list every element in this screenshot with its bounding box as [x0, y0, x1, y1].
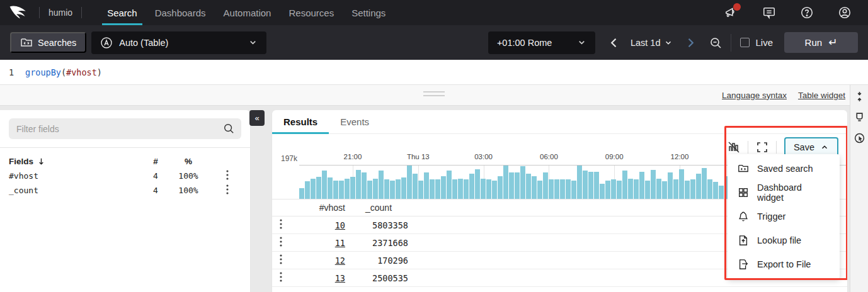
fullscreen-icon[interactable] [756, 141, 768, 154]
histogram-bar[interactable] [617, 181, 622, 199]
menu-item-saved-search[interactable]: Saved search [728, 157, 840, 181]
vhost-column-header[interactable]: #vhost [296, 203, 345, 213]
table-widget-link[interactable]: Table widget [798, 91, 845, 100]
histogram-bar[interactable] [373, 179, 378, 199]
menu-item-export-to-file[interactable]: Export to File [728, 252, 840, 276]
histogram-bar[interactable] [435, 179, 440, 199]
histogram-bar[interactable] [668, 172, 673, 199]
lamp-icon[interactable] [854, 112, 865, 123]
language-syntax-link[interactable]: Language syntax [722, 91, 787, 100]
tab-events[interactable]: Events [329, 110, 380, 133]
vhost-link[interactable]: 12 [335, 256, 345, 266]
timezone-select[interactable]: +01:00 Rome [488, 31, 595, 54]
histogram-bar[interactable] [634, 179, 639, 199]
histogram-bar[interactable] [645, 181, 650, 199]
nav-item-settings[interactable]: Settings [343, 0, 394, 25]
histogram-bar[interactable] [679, 169, 684, 199]
menu-item-trigger[interactable]: Trigger [728, 205, 840, 228]
nav-item-automation[interactable]: Automation [215, 0, 280, 25]
fields-sort[interactable]: Fields [9, 157, 140, 166]
histogram-bar[interactable] [441, 176, 446, 199]
vhost-link[interactable]: 11 [335, 238, 345, 248]
histogram-bar[interactable] [390, 181, 395, 199]
histogram-bar[interactable] [707, 179, 712, 199]
row-menu-kebab-icon[interactable] [280, 219, 288, 229]
histogram-bar[interactable] [554, 179, 559, 199]
announcements-icon[interactable] [724, 6, 738, 20]
histogram-bar[interactable] [594, 172, 599, 199]
histogram-bar[interactable] [673, 179, 678, 199]
histogram-bar[interactable] [356, 170, 361, 199]
histogram-bar[interactable] [452, 179, 457, 199]
histogram-bar[interactable] [696, 174, 701, 199]
histogram-bar[interactable] [690, 179, 695, 199]
field-menu-kebab-icon[interactable] [226, 170, 235, 180]
time-back-icon[interactable] [608, 36, 620, 49]
histogram-bar[interactable] [713, 182, 718, 199]
field-menu-kebab-icon[interactable] [226, 184, 235, 194]
live-toggle[interactable]: Live [740, 37, 773, 48]
histogram-bar[interactable] [401, 177, 406, 199]
histogram-bar[interactable] [543, 172, 548, 199]
histogram-bar[interactable] [503, 166, 508, 199]
histogram-bar[interactable] [566, 179, 571, 199]
resize-handle[interactable] [423, 91, 445, 99]
count-column-header[interactable]: _count [345, 203, 408, 213]
filter-fields-input[interactable]: Filter fields [9, 118, 241, 139]
histogram-bar[interactable] [339, 181, 344, 199]
row-menu-kebab-icon[interactable] [280, 272, 288, 282]
nav-item-resources[interactable]: Resources [280, 0, 343, 25]
histogram-bar[interactable] [469, 174, 474, 199]
histogram-bar[interactable] [345, 179, 350, 199]
nav-item-search[interactable]: Search [98, 0, 146, 25]
histogram-bar[interactable] [520, 166, 525, 199]
row-menu-kebab-icon[interactable] [280, 237, 288, 247]
histogram-bar[interactable] [322, 171, 327, 199]
histogram-bar[interactable] [486, 179, 491, 199]
histogram-bar[interactable] [424, 172, 429, 199]
histogram-bar[interactable] [305, 181, 310, 199]
account-icon[interactable] [838, 6, 852, 20]
histogram-bar[interactable] [481, 179, 486, 199]
histogram-bar[interactable] [498, 176, 503, 199]
run-button[interactable]: Run ↵ [784, 32, 858, 53]
histogram-bars[interactable] [299, 166, 730, 199]
collapse-vertical-icon[interactable] [854, 91, 865, 102]
histogram-bar[interactable] [515, 172, 520, 199]
histogram-bar[interactable] [702, 168, 707, 199]
histogram-bar[interactable] [549, 179, 554, 199]
histogram-bar[interactable] [396, 179, 401, 199]
histogram-bar[interactable] [651, 170, 656, 199]
histogram-bar[interactable] [350, 177, 355, 199]
interactive-pointer-icon[interactable] [854, 133, 865, 143]
histogram-bar[interactable] [526, 174, 531, 199]
histogram-bar[interactable] [600, 184, 605, 199]
histogram-bar[interactable] [509, 172, 514, 199]
field-name[interactable]: _count [9, 186, 140, 195]
feedback-icon[interactable] [762, 6, 776, 20]
histogram-bar[interactable] [662, 181, 667, 199]
tab-results[interactable]: Results [272, 110, 329, 133]
histogram-bar[interactable] [492, 181, 497, 199]
histogram-bar[interactable] [413, 174, 418, 199]
query-editor[interactable]: 1 groupBy(#vhost) [0, 60, 868, 85]
histogram-bar[interactable] [475, 169, 480, 199]
histogram-bar[interactable] [384, 179, 389, 199]
field-name[interactable]: #vhost [9, 171, 140, 181]
zoom-out-icon[interactable] [709, 36, 722, 49]
searches-button[interactable]: Searches [10, 32, 86, 53]
histogram-bar[interactable] [628, 179, 633, 199]
histogram-bar[interactable] [407, 166, 412, 199]
time-forward-icon[interactable] [684, 36, 697, 49]
histogram-bar[interactable] [639, 172, 644, 199]
histogram-bar[interactable] [418, 181, 423, 199]
histogram-bar[interactable] [333, 181, 338, 199]
histogram-bar[interactable] [571, 181, 576, 199]
histogram-bar[interactable] [464, 179, 469, 199]
histogram-bar[interactable] [316, 177, 321, 199]
histogram-bar[interactable] [458, 179, 463, 199]
view-type-select[interactable]: Auto (Table) [91, 31, 266, 54]
repo-name[interactable]: humio [49, 8, 72, 18]
histogram-bar[interactable] [685, 181, 690, 199]
vhost-link[interactable]: 10 [335, 220, 345, 230]
